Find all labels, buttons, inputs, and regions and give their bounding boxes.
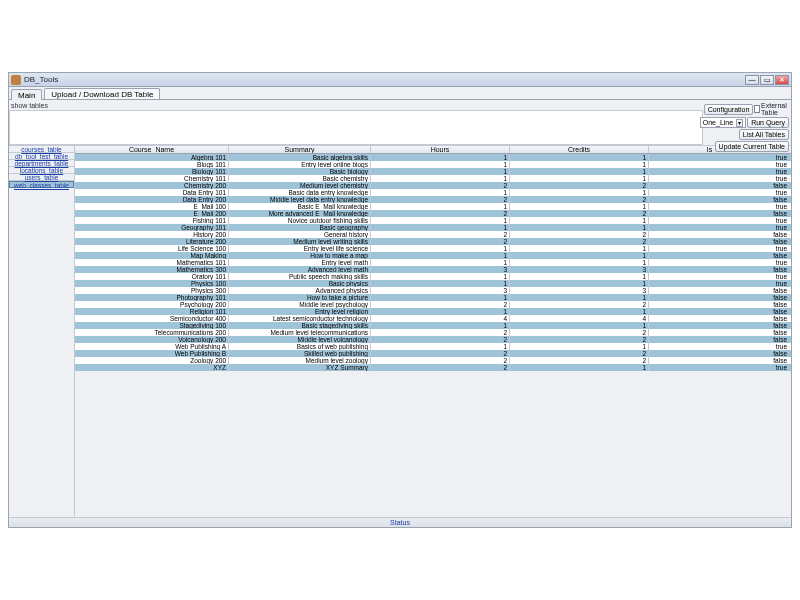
run-query-button[interactable]: Run Query [747, 117, 789, 128]
cell[interactable]: 2 [510, 196, 649, 203]
external-table-checkbox[interactable] [754, 105, 760, 113]
cell[interactable]: 3 [510, 266, 649, 273]
table-row[interactable]: Oratory 101Public speech making skills11… [75, 273, 791, 280]
configuration-button[interactable]: Configuration [704, 104, 754, 115]
cell[interactable]: Oratory 101 [75, 273, 229, 280]
cell[interactable]: Algebra 101 [75, 154, 229, 161]
cell[interactable]: 1 [510, 252, 649, 259]
cell[interactable]: 2 [510, 238, 649, 245]
cell[interactable]: false [649, 315, 789, 322]
sidebar-item-departments_table[interactable]: departments_table [9, 160, 74, 167]
cell[interactable]: Chemistry 101 [75, 175, 229, 182]
cell[interactable]: 1 [510, 259, 649, 266]
cell[interactable]: Medium level writing skills [229, 238, 371, 245]
list-all-tables-button[interactable]: List All Tables [739, 129, 789, 140]
cell[interactable]: How to make a map [229, 252, 371, 259]
table-row[interactable]: Semiconductor 400Latest semiconductor te… [75, 315, 791, 322]
cell[interactable]: Basic geography [229, 224, 371, 231]
cell[interactable]: Basic biology [229, 168, 371, 175]
cell[interactable]: 1 [510, 203, 649, 210]
show-tables-area[interactable] [9, 110, 703, 145]
cell[interactable]: Geography 101 [75, 224, 229, 231]
cell[interactable]: false [649, 231, 789, 238]
cell[interactable]: Data Entry 101 [75, 189, 229, 196]
cell[interactable]: Data Entry 200 [75, 196, 229, 203]
cell[interactable]: false [649, 266, 789, 273]
titlebar[interactable]: DB_Tools — ▭ ✕ [9, 73, 791, 87]
cell[interactable]: false [649, 350, 789, 357]
close-button[interactable]: ✕ [775, 75, 789, 85]
cell[interactable]: Middle level psychology [229, 301, 371, 308]
sidebar-item-web_classes_table[interactable]: web_classes_table [9, 181, 74, 188]
cell[interactable]: 1 [371, 175, 510, 182]
cell[interactable]: Photography 101 [75, 294, 229, 301]
cell[interactable]: true [649, 280, 789, 287]
table-row[interactable]: Geography 101Basic geography11true [75, 224, 791, 231]
cell[interactable]: true [649, 175, 789, 182]
cell[interactable]: true [649, 203, 789, 210]
cell[interactable]: Basic E_Mail knowledge [229, 203, 371, 210]
cell[interactable]: 1 [371, 259, 510, 266]
cell[interactable]: false [649, 252, 789, 259]
cell[interactable]: 1 [371, 322, 510, 329]
cell[interactable]: Basic data entry knowledge [229, 189, 371, 196]
cell[interactable]: Volcanology 200 [75, 336, 229, 343]
cell[interactable]: 2 [371, 357, 510, 364]
table-row[interactable]: Chemistry 200Medium level chemistry22fal… [75, 182, 791, 189]
cell[interactable]: 1 [510, 273, 649, 280]
column-header-Credits[interactable]: Credits [510, 146, 649, 153]
cell[interactable]: true [649, 343, 789, 350]
cell[interactable]: General history [229, 231, 371, 238]
cell[interactable]: 1 [510, 217, 649, 224]
cell[interactable]: 2 [510, 350, 649, 357]
cell[interactable]: Map Making [75, 252, 229, 259]
cell[interactable]: 2 [371, 210, 510, 217]
cell[interactable]: Entry level religion [229, 308, 371, 315]
update-current-table-button[interactable]: Update Current Table [715, 141, 789, 152]
cell[interactable]: 1 [371, 245, 510, 252]
tab-upload-download-db-table[interactable]: Upload / Download DB Table [44, 88, 160, 99]
cell[interactable]: 1 [510, 294, 649, 301]
table-row[interactable]: Web Publishing BSkilled web publishing22… [75, 350, 791, 357]
cell[interactable]: Middle level data entry knowledge [229, 196, 371, 203]
cell[interactable]: 1 [510, 322, 649, 329]
column-header-Course_Name[interactable]: Course_Name [75, 146, 229, 153]
cell[interactable]: true [649, 161, 789, 168]
cell[interactable]: 1 [371, 252, 510, 259]
cell[interactable]: true [649, 364, 789, 371]
table-row[interactable]: Data Entry 101Basic data entry knowledge… [75, 189, 791, 196]
tab-main[interactable]: Main [11, 89, 42, 100]
cell[interactable]: Basic chemistry [229, 175, 371, 182]
cell[interactable]: 2 [510, 182, 649, 189]
table-row[interactable]: Mathematics 101Entry level math11true [75, 259, 791, 266]
table-row[interactable]: Chemistry 101Basic chemistry11true [75, 175, 791, 182]
cell[interactable]: Basics of web publishing [229, 343, 371, 350]
cell[interactable]: Novice outdoor fishing skills [229, 217, 371, 224]
cell[interactable]: 2 [371, 364, 510, 371]
table-row[interactable]: Life Science 100Entry level life science… [75, 245, 791, 252]
cell[interactable]: 1 [510, 224, 649, 231]
cell[interactable]: 3 [371, 266, 510, 273]
sidebar-item-courses_table[interactable]: courses_table [9, 146, 74, 153]
cell[interactable]: false [649, 357, 789, 364]
table-row[interactable]: E_Mail 100Basic E_Mail knowledge11true [75, 203, 791, 210]
cell[interactable]: Entry level life science [229, 245, 371, 252]
cell[interactable]: Stagediving 100 [75, 322, 229, 329]
cell[interactable]: Psychology 200 [75, 301, 229, 308]
cell[interactable]: Physics 300 [75, 287, 229, 294]
table-row[interactable]: Zoology 200Medium level zoology22false [75, 357, 791, 364]
cell[interactable]: Literature 200 [75, 238, 229, 245]
cell[interactable]: Blogs 101 [75, 161, 229, 168]
cell[interactable]: Life Science 100 [75, 245, 229, 252]
cell[interactable]: false [649, 308, 789, 315]
cell[interactable]: true [649, 273, 789, 280]
cell[interactable]: false [649, 287, 789, 294]
cell[interactable]: Web Publishing B [75, 350, 229, 357]
cell[interactable]: 1 [371, 168, 510, 175]
sidebar-item-db_tool_test_table[interactable]: db_tool_test_table [9, 153, 74, 160]
cell[interactable]: 1 [510, 168, 649, 175]
cell[interactable]: 1 [510, 245, 649, 252]
table-row[interactable]: Web Publishing ABasics of web publishing… [75, 343, 791, 350]
cell[interactable]: 3 [371, 287, 510, 294]
cell[interactable]: 2 [510, 301, 649, 308]
